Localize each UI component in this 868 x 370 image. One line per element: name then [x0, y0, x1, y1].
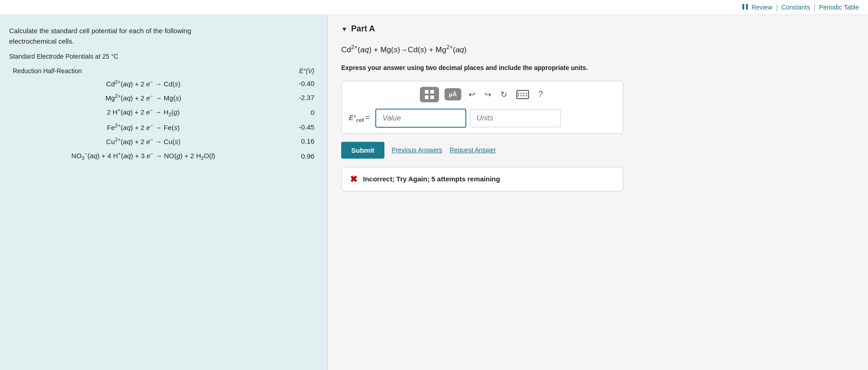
- table-row: Fe2+(aq) + 2 e− → Fe(s) -0.45: [9, 120, 318, 134]
- error-x-icon: ✖: [350, 174, 358, 185]
- reaction-eq-2: Mg2+(aq) + 2 e− → Mg(s): [9, 90, 278, 105]
- reaction-pot-4: -0.45: [278, 120, 318, 134]
- grid-button[interactable]: [420, 87, 439, 102]
- separator-1: |: [776, 4, 778, 11]
- intro-text: Calculate the standard cell potential fo…: [9, 26, 318, 46]
- redo-button[interactable]: ↪: [483, 88, 493, 101]
- keyboard-icon: [516, 90, 529, 99]
- submit-button[interactable]: Submit: [341, 142, 384, 159]
- right-panel: ▼ Part A Cd2+(aq) + Mg(s)→Cd(s) + Mg2+(a…: [328, 15, 868, 370]
- table-row: Mg2+(aq) + 2 e− → Mg(s) -2.37: [9, 90, 318, 105]
- main-content: Calculate the standard cell potential fo…: [0, 15, 868, 370]
- svg-rect-2: [425, 95, 429, 99]
- reaction-eq-4: Fe2+(aq) + 2 e− → Fe(s): [9, 120, 278, 134]
- reset-button[interactable]: ↻: [499, 88, 509, 101]
- request-answer-button[interactable]: Request Answer: [449, 146, 496, 154]
- action-row: Submit Previous Answers Request Answer: [341, 142, 854, 159]
- reaction-table: Reduction Half-Reaction E°(V) Cd2+(aq) +…: [9, 65, 318, 164]
- answer-box: μÅ ↩ ↪ ↻: [341, 81, 623, 134]
- reaction-pot-1: -0.40: [278, 76, 318, 90]
- units-input[interactable]: [470, 109, 561, 127]
- svg-rect-3: [430, 95, 434, 99]
- pause-icon: [742, 4, 748, 11]
- table-row: Cu2+(aq) + 2 e− → Cu(s) 0.16: [9, 134, 318, 148]
- table-row: 2 H+(aq) + 2 e− → H2(g) 0: [9, 105, 318, 120]
- table-row: Cd2+(aq) + 2 e− → Cd(s) -0.40: [9, 76, 318, 90]
- periodic-table-link[interactable]: Periodic Table: [819, 4, 859, 11]
- value-input[interactable]: [375, 109, 466, 128]
- error-text: Incorrect; Try Again; 5 attempts remaini…: [363, 175, 500, 183]
- table-title: Standard Electrode Potentials at 25 °C: [9, 53, 318, 60]
- reaction-pot-3: 0: [278, 105, 318, 120]
- keyboard-dots: [518, 93, 528, 96]
- keyboard-button[interactable]: [515, 88, 531, 101]
- col-header-potential: E°(V): [278, 65, 318, 76]
- error-box: ✖ Incorrect; Try Again; 5 attempts remai…: [341, 167, 623, 191]
- previous-answers-button[interactable]: Previous Answers: [392, 146, 442, 154]
- top-bar: Review | Constants | Periodic Table: [0, 0, 868, 15]
- table-row: NO3−(aq) + 4 H+(aq) + 3 e− → NO(g) + 2 H…: [9, 148, 318, 164]
- separator-2: |: [814, 4, 816, 11]
- toolbar: μÅ ↩ ↪ ↻: [349, 87, 616, 102]
- constants-link[interactable]: Constants: [782, 4, 810, 11]
- collapse-arrow-icon[interactable]: ▼: [341, 25, 348, 33]
- reaction-eq-1: Cd2+(aq) + 2 e− → Cd(s): [9, 76, 278, 90]
- reaction-pot-2: -2.37: [278, 90, 318, 105]
- part-header: ▼ Part A: [341, 24, 854, 34]
- svg-rect-0: [425, 90, 429, 94]
- reaction-pot-5: 0.16: [278, 134, 318, 148]
- reaction-eq-5: Cu2+(aq) + 2 e− → Cu(s): [9, 134, 278, 148]
- help-button[interactable]: ?: [536, 88, 545, 101]
- reaction-eq-3: 2 H+(aq) + 2 e− → H2(g): [9, 105, 278, 120]
- undo-button[interactable]: ↩: [467, 88, 477, 101]
- input-row: E°cell =: [349, 109, 616, 128]
- review-link[interactable]: Review: [752, 4, 772, 11]
- instructions-text: Express your answer using two decimal pl…: [341, 63, 854, 73]
- svg-rect-1: [430, 90, 434, 94]
- part-label: Part A: [351, 24, 375, 34]
- col-header-reaction: Reduction Half-Reaction: [9, 65, 278, 76]
- mu-button[interactable]: μÅ: [444, 88, 461, 100]
- reaction-eq-6: NO3−(aq) + 4 H+(aq) + 3 e− → NO(g) + 2 H…: [9, 148, 278, 164]
- left-panel: Calculate the standard cell potential fo…: [0, 15, 328, 370]
- ecell-label: E°cell =: [349, 114, 370, 123]
- reaction-pot-6: 0.96: [278, 148, 318, 164]
- equation-display: Cd2+(aq) + Mg(s)→Cd(s) + Mg2+(aq): [341, 43, 854, 56]
